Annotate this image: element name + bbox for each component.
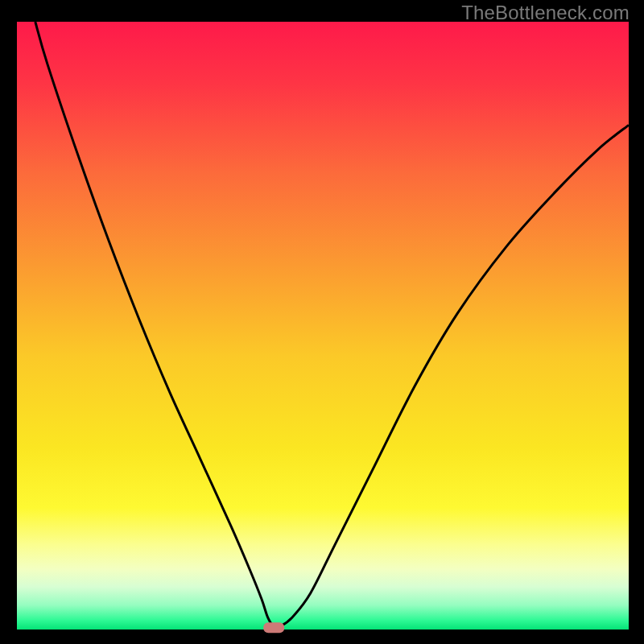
watermark-text: TheBottleneck.com (461, 2, 630, 24)
bottleneck-chart (0, 0, 644, 644)
optimal-point-marker (263, 622, 284, 633)
chart-container: TheBottleneck.com (0, 0, 644, 644)
plot-background (17, 22, 629, 630)
